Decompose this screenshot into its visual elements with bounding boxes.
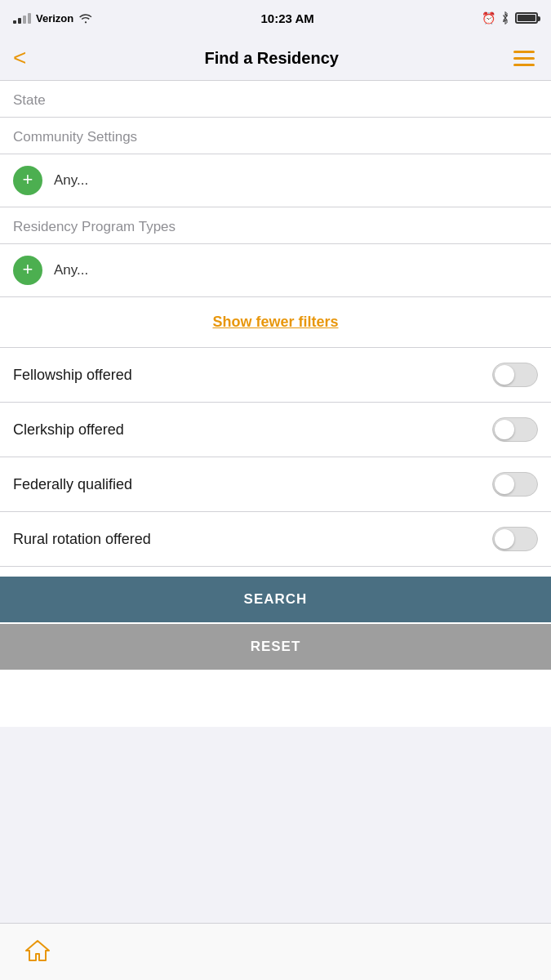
battery-icon [515, 12, 538, 24]
status-left: Verizon [13, 12, 93, 24]
status-right: ⏰ [482, 11, 538, 25]
tab-bar [0, 923, 551, 980]
bluetooth-icon [500, 11, 510, 25]
nav-header: < Find a Residency [0, 36, 551, 81]
rural-label: Rural rotation offered [13, 531, 151, 548]
show-fewer-filters-button[interactable]: Show fewer filters [212, 314, 338, 330]
program-types-row: + Any... [0, 244, 551, 297]
page-title: Find a Residency [204, 49, 339, 68]
show-fewer-filters-row: Show fewer filters [0, 297, 551, 348]
alarm-icon: ⏰ [482, 11, 495, 24]
clerkship-toggle[interactable] [492, 417, 538, 442]
program-types-label: Residency Program Types [0, 207, 551, 244]
toggle-knob [495, 420, 514, 439]
fellowship-toggle-row: Fellowship offered [0, 348, 551, 403]
status-bar: Verizon 10:23 AM ⏰ [0, 0, 551, 36]
plus-icon: + [23, 261, 33, 278]
wifi-icon [78, 12, 93, 24]
menu-icon-line [513, 64, 535, 66]
program-types-value: Any... [54, 262, 88, 278]
signal-icon [13, 13, 31, 24]
clerkship-toggle-row: Clerkship offered [0, 403, 551, 457]
back-button[interactable]: < [13, 42, 33, 74]
menu-button[interactable] [510, 47, 538, 69]
fellowship-label: Fellowship offered [13, 367, 132, 384]
menu-icon-line [513, 51, 535, 53]
community-settings-label: Community Settings [0, 118, 551, 154]
fellowship-toggle[interactable] [492, 363, 538, 387]
menu-icon-line [513, 57, 535, 60]
state-section-label: State [0, 81, 551, 118]
clerkship-label: Clerkship offered [13, 421, 124, 439]
main-content: State Community Settings + Any... Reside… [0, 81, 551, 727]
reset-button[interactable]: RESET [0, 624, 551, 670]
federally-label: Federally qualified [13, 476, 132, 493]
community-settings-row: + Any... [0, 154, 551, 207]
community-settings-add-button[interactable]: + [13, 166, 42, 195]
plus-icon: + [23, 171, 33, 189]
toggle-knob [495, 365, 514, 385]
status-time: 10:23 AM [260, 11, 313, 25]
search-button[interactable]: SEARCH [0, 577, 551, 622]
toggle-knob [495, 474, 514, 494]
federally-toggle[interactable] [492, 472, 538, 497]
home-tab-button[interactable] [16, 929, 59, 975]
federally-toggle-row: Federally qualified [0, 457, 551, 512]
carrier-label: Verizon [36, 12, 73, 24]
toggle-knob [495, 529, 514, 549]
home-icon [23, 936, 52, 965]
rural-toggle-row: Rural rotation offered [0, 512, 551, 567]
rural-toggle[interactable] [492, 527, 538, 551]
program-types-add-button[interactable]: + [13, 256, 42, 285]
community-settings-value: Any... [54, 172, 88, 189]
